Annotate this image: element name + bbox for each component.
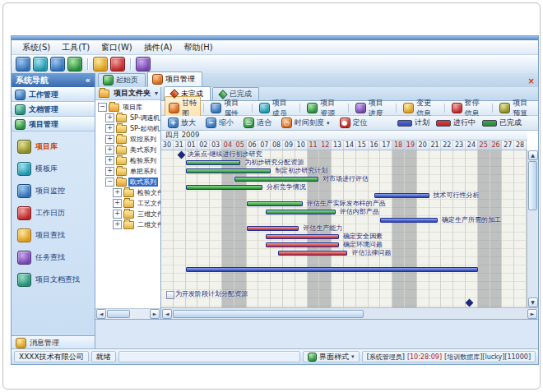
tree-node[interactable]: −项目库 xyxy=(95,102,160,113)
legend-item: 已完成 xyxy=(482,118,522,128)
menu-system[interactable]: 系统(S) xyxy=(16,40,56,55)
tree-toggle-icon[interactable]: + xyxy=(113,220,122,229)
nav-item-work-calendar-label: 工作日历 xyxy=(35,208,65,219)
scroll-up-icon[interactable]: ▲ xyxy=(528,150,538,160)
scroll-left-icon[interactable]: ◄ xyxy=(162,309,172,319)
nav-item-project-search[interactable]: 项目查找 xyxy=(12,228,95,243)
nav-collapse-icon[interactable]: « xyxy=(86,76,90,85)
new-icon[interactable] xyxy=(16,57,30,71)
folder-icon xyxy=(123,221,134,229)
vscroll-thumb[interactable] xyxy=(528,161,537,210)
tree-node[interactable]: +二维文件 xyxy=(95,219,160,230)
tree-node-label: 单把系列 xyxy=(128,167,158,176)
day-header-27: 27 xyxy=(502,141,514,150)
gantt-bar[interactable] xyxy=(234,177,318,182)
gantt-bar[interactable] xyxy=(186,267,478,272)
window-icon[interactable] xyxy=(33,57,48,71)
tree-toggle-icon[interactable]: + xyxy=(113,199,122,208)
tree-toggle-icon[interactable]: + xyxy=(105,113,114,122)
tree-node[interactable]: +三维文件 xyxy=(95,209,160,219)
section-work-management[interactable]: 工作管理 xyxy=(12,87,95,102)
fit-button-label: 适合 xyxy=(257,118,272,128)
legend-chip xyxy=(436,120,451,127)
scroll-right-icon[interactable]: ► xyxy=(527,309,537,319)
gantt-bar[interactable] xyxy=(380,218,438,223)
gantt-icon xyxy=(169,103,179,113)
gantt-bar[interactable] xyxy=(374,193,429,198)
zoom-in-button[interactable]: +放大 xyxy=(165,117,199,129)
tree-node[interactable]: +检验系列 xyxy=(95,155,160,166)
briefcase-icon xyxy=(15,90,26,100)
gantt-bar[interactable] xyxy=(186,168,272,173)
gantt-bar[interactable] xyxy=(247,226,299,231)
section-project-management[interactable]: 项目管理 xyxy=(12,117,95,131)
nav-item-work-calendar[interactable]: 工作日历 xyxy=(12,205,95,221)
lock-icon[interactable] xyxy=(93,57,108,71)
tab-start-page[interactable]: 起始页 xyxy=(98,73,146,87)
nav-item-task-search[interactable]: 任务查找 xyxy=(12,250,95,265)
timescale-button[interactable]: ◷时间刻度▾ xyxy=(278,117,333,129)
nav-item-template-library[interactable]: 模板库 xyxy=(12,161,95,177)
tab-close-button[interactable]: × xyxy=(528,76,535,85)
company-label: XXXX技术有限公司 xyxy=(19,352,84,362)
tree-node[interactable]: +检验文件 xyxy=(95,187,160,198)
task-label: 为初步研究分配资源 xyxy=(244,159,304,167)
tree-node-label: SP-起动机系列 xyxy=(128,124,160,133)
menu-help[interactable]: 帮助(H) xyxy=(178,40,218,55)
tree-node[interactable]: +工艺文件 xyxy=(95,198,160,209)
scroll-down-icon[interactable]: ▼ xyxy=(528,297,538,307)
tree-toggle-icon[interactable]: + xyxy=(113,210,122,219)
folder-icon xyxy=(116,146,127,154)
locate-button[interactable]: ●定位 xyxy=(336,117,371,129)
tree-toggle-icon[interactable]: + xyxy=(113,188,122,197)
refresh-icon[interactable] xyxy=(67,57,82,71)
fit-button[interactable]: ▭适合 xyxy=(240,117,275,129)
gantt-bar[interactable] xyxy=(186,160,241,165)
gantt-bar[interactable] xyxy=(278,251,347,256)
gantt-bar[interactable] xyxy=(266,210,335,214)
tree-node[interactable]: −欧式系列 xyxy=(95,177,160,187)
zoom-out-button[interactable]: −缩小 xyxy=(202,117,237,129)
gantt-bar[interactable] xyxy=(266,234,339,239)
cascade-icon[interactable] xyxy=(50,57,65,71)
nav-item-project-doc-search[interactable]: 项目文档查找 xyxy=(12,272,95,288)
tree-node[interactable]: +美式系列 xyxy=(95,145,160,155)
folder-panel-menu-icon[interactable]: ▾ xyxy=(155,90,158,97)
scroll-right-icon[interactable]: ► xyxy=(150,309,160,319)
message-panel-tab[interactable]: 消息管理 xyxy=(12,335,95,349)
tree-toggle-icon[interactable]: + xyxy=(105,167,114,176)
tree-toggle-icon[interactable]: + xyxy=(105,135,114,144)
nav-sidebar: 系统导航 « 工作管理文档管理项目管理 项目库模板库项目监控工作日历项目查找任务… xyxy=(12,73,95,349)
status-style-selector[interactable]: 界面样式 ▾ xyxy=(303,351,360,362)
tree-node[interactable]: +双控系列 xyxy=(95,134,160,145)
menu-bar: 系统(S)工具(T)窗口(W)插件(A)帮助(H) xyxy=(12,40,538,55)
help-icon[interactable] xyxy=(136,57,151,71)
tree-toggle-icon[interactable]: + xyxy=(105,156,114,165)
task-label: 确定环境问题 xyxy=(343,241,383,249)
gantt-bar[interactable] xyxy=(266,242,339,247)
task-label: 技术可行性分析 xyxy=(434,191,480,200)
legend-label: 计划 xyxy=(415,118,429,128)
menu-plugins[interactable]: 插件(A) xyxy=(138,40,179,55)
gantt-bar[interactable] xyxy=(247,201,303,206)
tree-toggle-icon[interactable]: + xyxy=(105,145,114,154)
tree-toggle-icon[interactable]: + xyxy=(105,124,114,133)
menu-tools[interactable]: 工具(T) xyxy=(56,40,95,55)
exit-icon[interactable] xyxy=(110,57,125,71)
tree-node[interactable]: +SP-起动机系列 xyxy=(95,123,160,134)
template-library-icon xyxy=(17,162,31,176)
tab-project-management[interactable]: 项目管理 xyxy=(147,71,202,87)
section-document-management[interactable]: 文档管理 xyxy=(12,102,95,117)
scroll-left-icon[interactable]: ◄ xyxy=(96,309,106,319)
tree-toggle-icon[interactable]: − xyxy=(105,178,114,187)
tree-toggle-icon[interactable]: − xyxy=(98,103,107,112)
tree-node[interactable]: +SP-调速机系列 xyxy=(95,113,160,123)
nav-item-project-library[interactable]: 项目库 xyxy=(12,139,95,154)
hscroll-thumb[interactable] xyxy=(173,310,364,318)
gantt-bar[interactable] xyxy=(186,185,262,190)
nav-item-project-monitor[interactable]: 项目监控 xyxy=(12,183,95,199)
tree-node[interactable]: +单把系列 xyxy=(95,166,160,177)
menu-window[interactable]: 窗口(W) xyxy=(95,40,138,55)
day-column-26 xyxy=(490,150,503,307)
tree-scroll-thumb[interactable] xyxy=(107,310,130,318)
